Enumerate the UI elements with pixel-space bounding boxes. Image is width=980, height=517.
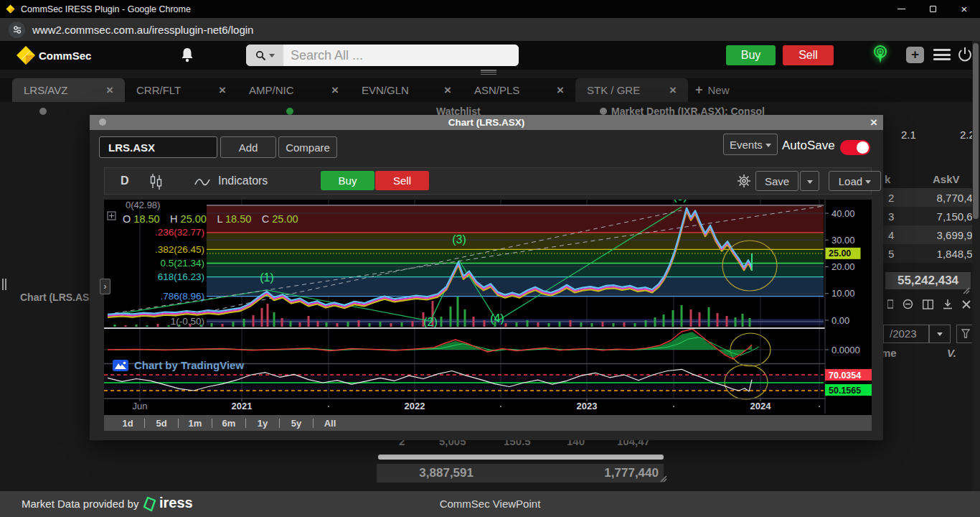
date-filter-dropdown[interactable] (929, 325, 951, 343)
collapse-panel-chevron[interactable]: › (100, 279, 110, 294)
minimize-button[interactable] (885, 0, 917, 18)
header-sell-button[interactable]: Sell (783, 45, 834, 65)
svg-text:.786(8.96): .786(8.96) (160, 291, 204, 302)
chart-buy-button[interactable]: Buy (321, 171, 374, 190)
svg-text:O 18.50 H 25.00 L 18.50 C 2: O 18.50 H 25.00 L 18.50 C 25.00 (123, 213, 308, 225)
menu-hamburger-icon[interactable] (933, 49, 951, 60)
vertical-scrollbar[interactable] (972, 41, 980, 491)
svg-text:.382(26.45): .382(26.45) (155, 244, 204, 255)
svg-text:(3): (3) (452, 233, 466, 246)
svg-text:70.0354: 70.0354 (829, 371, 861, 381)
line-style-icon[interactable] (194, 177, 210, 186)
chevron-down-icon (269, 54, 275, 57)
tab-crr-flt[interactable]: CRR/FLT× (125, 78, 237, 102)
events-dropdown[interactable]: Events (723, 134, 778, 155)
tab-close-icon[interactable]: × (106, 84, 113, 96)
site-settings-icon[interactable] (9, 22, 25, 38)
date-filter-input[interactable]: /2023 (883, 325, 929, 343)
commsec-header: CommSec Buy Sell + (0, 41, 980, 70)
svg-text:2023: 2023 (577, 401, 598, 411)
export-download-icon[interactable] (943, 299, 953, 309)
scrollbar-thumb[interactable] (973, 43, 979, 219)
tab-evn-gln[interactable]: EVN/GLN× (350, 78, 463, 102)
application-window: CommSec IRESS Plugin - Google Chrome × w… (0, 0, 980, 517)
tab-close-icon[interactable]: × (557, 84, 564, 96)
tab-amp-nic[interactable]: AMP/NIC× (237, 78, 350, 102)
restore-button[interactable] (917, 0, 948, 18)
chrome-title-bar: CommSec IRESS Plugin - Google Chrome × (0, 0, 980, 18)
range-all[interactable]: All (314, 418, 347, 429)
close-panel-icon[interactable] (962, 300, 971, 309)
search-input[interactable] (283, 45, 519, 66)
new-tab-button[interactable]: +New (695, 78, 730, 102)
load-dropdown[interactable]: Load (829, 171, 881, 191)
close-button[interactable]: × (948, 0, 980, 18)
window-title: CommSec IRESS Plugin - Google Chrome (21, 4, 191, 14)
autosave-toggle[interactable] (840, 140, 870, 155)
resize-handle-icon[interactable] (660, 475, 667, 483)
depth-row[interactable]: 51,848,57 (883, 244, 980, 263)
panel-grip-handle[interactable] (481, 70, 496, 75)
range-1d[interactable]: 1d (111, 418, 144, 429)
dialog-title: Chart (LRS.ASX) (90, 117, 883, 128)
clipped-icon[interactable] (887, 299, 893, 309)
workspace-tab-bar: LRS/AVZ× CRR/FLT× AMP/NIC× EVN/GLN× ASN/… (0, 78, 980, 102)
svg-text:0.5(21.34): 0.5(21.34) (160, 258, 204, 269)
live-prices-beacon-icon[interactable] (872, 45, 889, 66)
svg-text:1(-0.50): 1(-0.50) (171, 316, 204, 327)
depth-row[interactable]: 43,699,98 (883, 225, 980, 244)
footer-bar: Market Data provided by iress CommSec Vi… (0, 491, 980, 517)
svg-text:0.00: 0.00 (831, 315, 849, 326)
tab-lrs-avz[interactable]: LRS/AVZ× (12, 78, 125, 102)
interval-button[interactable]: D (121, 174, 129, 187)
chart-area[interactable]: (1)(2)(3)(4)(5)0(42.98)O 18.50 H 25.00 L… (104, 200, 872, 431)
remove-circle-icon[interactable] (903, 299, 913, 309)
range-6m[interactable]: 6m (212, 418, 245, 429)
dock-handle[interactable] (2, 279, 8, 290)
svg-text:(2): (2) (423, 316, 438, 328)
indicators-button[interactable]: Indicators (218, 174, 268, 187)
svg-text:25.00: 25.00 (829, 248, 851, 258)
depth-row[interactable]: 37,150,60 (883, 207, 980, 225)
range-1y[interactable]: 1y (246, 418, 279, 429)
horizontal-scrollbar[interactable] (378, 455, 664, 460)
tab-stk-gre[interactable]: STK / GRE× (575, 78, 688, 102)
tradingview-attribution: Chart by TradingView (113, 359, 244, 371)
chart-sell-button[interactable]: Sell (375, 171, 429, 190)
autosave-label: AutoSave (782, 139, 835, 153)
candlestick-style-icon[interactable] (149, 174, 164, 190)
save-dropdown[interactable] (800, 171, 819, 191)
tradingview-logo (113, 360, 128, 371)
dialog-close-icon[interactable]: × (870, 115, 877, 130)
add-panel-plus-icon[interactable]: + (906, 47, 924, 63)
svg-text:50.1565: 50.1565 (829, 386, 861, 396)
notifications-bell-icon[interactable] (179, 47, 195, 64)
symbol-input[interactable] (99, 136, 217, 158)
tab-asn-pls[interactable]: ASN/PLS× (463, 78, 575, 102)
tab-close-icon[interactable]: × (219, 84, 226, 96)
tab-close-icon[interactable]: × (444, 84, 451, 96)
svg-text:0.0000: 0.0000 (831, 345, 860, 355)
depth-row[interactable]: 28,770,48 (883, 188, 980, 207)
quote-value-left: 2.1 (901, 129, 916, 141)
compare-button[interactable]: Compare (278, 136, 337, 158)
tab-close-icon[interactable]: × (669, 84, 677, 96)
columns-icon[interactable] (923, 299, 933, 309)
add-button[interactable]: Add (220, 136, 276, 158)
range-1m[interactable]: 1m (179, 418, 212, 429)
range-5d[interactable]: 5d (145, 418, 178, 429)
svg-text:20.00: 20.00 (831, 261, 855, 272)
range-5y[interactable]: 5y (280, 418, 313, 429)
svg-text:618(16.23): 618(16.23) (158, 271, 204, 282)
url-text[interactable]: www2.commsec.com.au/iressplugin-net6/log… (32, 24, 253, 36)
price-chart[interactable]: (1)(2)(3)(4)(5)0(42.98)O 18.50 H 25.00 L… (104, 200, 872, 414)
save-button[interactable]: Save (755, 171, 798, 191)
dialog-title-bar[interactable]: Chart (LRS.ASX) × (90, 115, 883, 130)
resize-handle-icon[interactable] (963, 287, 970, 294)
commsec-logo (16, 45, 36, 65)
header-buy-button[interactable]: Buy (726, 45, 776, 65)
search-scope-dropdown[interactable] (246, 45, 283, 66)
tab-close-icon[interactable]: × (331, 84, 339, 96)
settings-gear-icon[interactable] (736, 173, 752, 189)
logout-power-icon[interactable] (957, 46, 973, 65)
